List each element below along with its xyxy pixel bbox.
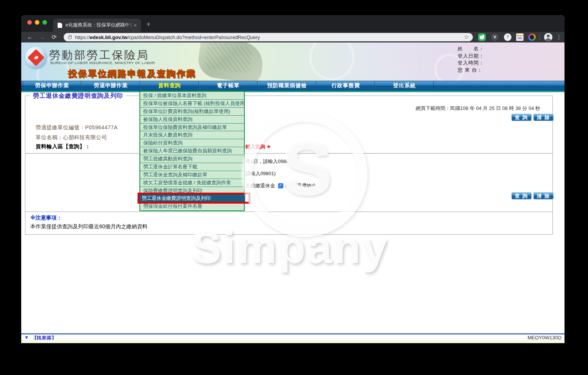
menu-item-wage-arrears-fund[interactable]: 積欠工資墊償基金提繳 / 免提繳查詢作業 [140,179,244,187]
late-fee-checkbox[interactable] [278,183,283,188]
menu-item-premium-data-query[interactable]: 投保單位保險費資料查詢及補印繳款單 [140,124,244,132]
url-path: /cpa/doMenuDispatch.do?method=enterPaIns… [127,35,260,40]
desktop-background: e化服務系統：投保單位網路申報 × + ← → ⟳ https://edesk.… [0,0,588,375]
main-nav: 勞保申辦作業 勞退申辦作業 資料查詢 電子帳單 預防職業病健檢 行政事務費 登出… [21,81,565,90]
menu-item-cash-benefit-roster[interactable]: 勞保現金給付核付案件名冊 [140,202,244,210]
menu-item-month-end-count[interactable]: 月末投保人數資料查詢 [140,131,244,139]
query-button-top[interactable]: 查 詢 [511,114,532,121]
site-header: 勞動部勞工保險局 BUREAU OF LABOR INSURANCE, MINI… [21,42,565,81]
decorative-cloth-image [196,42,266,81]
login-date-label: 登入日期： [458,53,556,60]
document-icon [58,23,62,28]
toolbar-divider [540,34,540,40]
notice-title: ※注意事項： [30,215,62,221]
bookmark-star-icon[interactable]: ☆ [464,34,469,41]
menu-item-benefit-query[interactable]: 保險給付資料查詢 [140,139,244,147]
org-name-en: BUREAU OF LABOR INSURANCE, MINISTRY OF L… [50,61,155,65]
lock-icon [68,36,72,39]
browser-window: e化服務系統：投保單位網路申報 × + ← → ⟳ https://edesk.… [21,15,565,343]
message-area-toggle-icon[interactable]: ▼ [24,335,29,340]
query-button-bottom[interactable]: 查 詢 [511,192,532,199]
browser-toolbar: ← → ⟳ https://edesk.bli.gov.tw/cpa/doMen… [21,32,565,42]
lens-extension-icon[interactable] [528,33,536,41]
pio-label: PIO [516,37,523,40]
browser-menu-button[interactable]: ⋮ [556,33,562,41]
date-format-hint: 月1日，請輸入0980101) [246,158,299,165]
address-bar[interactable]: https://edesk.bli.gov.tw/cpa/doMenuDispa… [64,33,473,41]
menu-item-insured-data-query[interactable]: 被保險人投保資料查詢 [140,116,244,124]
nav-item-labor-insurance-apply[interactable]: 勞保申辦作業 [23,81,81,90]
bli-logo [25,47,47,69]
login-name-label: 姓 名： [458,46,556,53]
nav-item-admin-fee[interactable]: 行政事務費 [316,81,375,90]
menu-item-fee-calc-query[interactable]: 投保單位計費資料查詢(核對繳款單使用) [140,108,244,116]
unit-name-text: 單位名稱：心朋科技有限公司 [36,134,107,141]
required-hint: 鍵入查詢 ★ [246,143,271,150]
query-fieldset: 勞工退休金繳費證明查詢及列印 [25,96,553,235]
menu-item-pension-cert-print-highlighted[interactable]: 勞工退休金繳費證明查詢及列印 [139,195,245,202]
menu-item-pension-change-query[interactable]: 勞工提繳異動資料查詢 [140,155,244,163]
login-from-label: 您 來 自： [458,67,556,74]
menu-item-pension-query-reprint[interactable]: 勞工退休金查詢及補印繳款單 [140,171,244,179]
month-format-hint: 請輸入09801) [246,170,275,177]
nav-item-occupational-health[interactable]: 預防職業病健檢 [258,81,316,90]
menu-item-annual-premium-copay[interactable]: 被保險人年度已繳保險費自負額資料查詢 [140,147,244,155]
url-scheme: https:// [75,35,90,40]
new-tab-button[interactable]: + [146,20,151,28]
smartpio-extension-icon[interactable]: SmartPIO [516,33,524,41]
separator-line [25,153,553,154]
decorative-swirl [309,42,355,80]
separator-line [25,212,553,212]
zoom-window-button[interactable] [42,20,47,25]
notice-body: 本作業僅提供查詢及列印最近60個月內之繳納資料 [30,223,148,230]
late-fee-label: 93 勞退滯納金 [285,182,316,189]
highlight-frame: 勞工退休金繳費證明查詢及列印 [138,193,250,204]
message-bar: ▼ 【訊息區】 MEQY0W130Q [21,333,565,340]
menu-item-pension-roster-download[interactable]: 勞工退休金計算名冊下載 [140,163,244,171]
nav-item-pension-apply[interactable]: 勞退申辦作業 [81,81,140,90]
evernote-extension-icon[interactable] [478,33,486,41]
tab-close-icon[interactable]: × [134,22,137,28]
page-bottom-strip [21,340,565,343]
login-time-label: 登入時間： [458,60,556,67]
tab-strip: e化服務系統：投保單位網路申報 × + [21,15,565,32]
banner-title: 投保單位網路申報及查詢作業 [68,68,196,80]
login-info: 姓 名： 登入日期： 登入時間： 您 來 自： [458,46,556,74]
back-button[interactable]: ← [26,33,34,41]
forward-button[interactable]: → [38,33,46,41]
profile-avatar[interactable] [544,33,552,41]
page-title: 勞工退休金繳費證明查詢及列印 [30,92,126,100]
page-content: 勞工退休金繳費證明查詢及列印 網頁下載時間：民國108 年 04 月 25 日 … [21,92,565,333]
tab-title: e化服務系統：投保單位網路申報 [66,22,133,28]
close-window-button[interactable] [27,20,32,25]
menu-item-insured-roster-download[interactable]: 投保單位被保險人名冊下載 (核對投保人員使用) [140,100,244,108]
nav-item-e-bill[interactable]: 電子帳單 [199,81,258,90]
nav-item-logout[interactable]: 登出系統 [375,81,434,90]
reload-button[interactable]: ⟳ [50,33,58,41]
pocket-extension-icon[interactable]: v [491,33,499,41]
download-time: 網頁下載時間：民國108 年 04 月 25 日 08 時 38 分 04 秒 [21,105,552,112]
input-area-label: 資料輸入區【查詢】： [36,143,91,150]
menu-item-unit-basic-info[interactable]: 投保 / 提繳單位基本資料查詢 [140,92,244,100]
pension-options-row: 人提繳退休金 93 勞退滯納金 [246,182,316,189]
smart-label: Smart [516,35,523,37]
unit-id-text: 勞退提繳單位編號：P05964477A [36,124,117,131]
clear-button-top[interactable]: 清 除 [533,114,554,121]
nav-item-data-query[interactable]: 資料查詢 [140,81,199,90]
clear-button-bottom[interactable]: 清 除 [533,192,554,199]
personal-pension-label: 人提繳退休金 [246,182,275,189]
browser-tab[interactable]: e化服務系統：投保單位網路申報 × [53,19,141,32]
help-extension-icon[interactable]: ? [504,33,511,41]
url-text: https://edesk.bli.gov.tw/cpa/doMenuDispa… [75,35,260,40]
minimize-window-button[interactable] [35,20,39,25]
url-domain: edesk.bli.gov.tw [90,35,127,40]
